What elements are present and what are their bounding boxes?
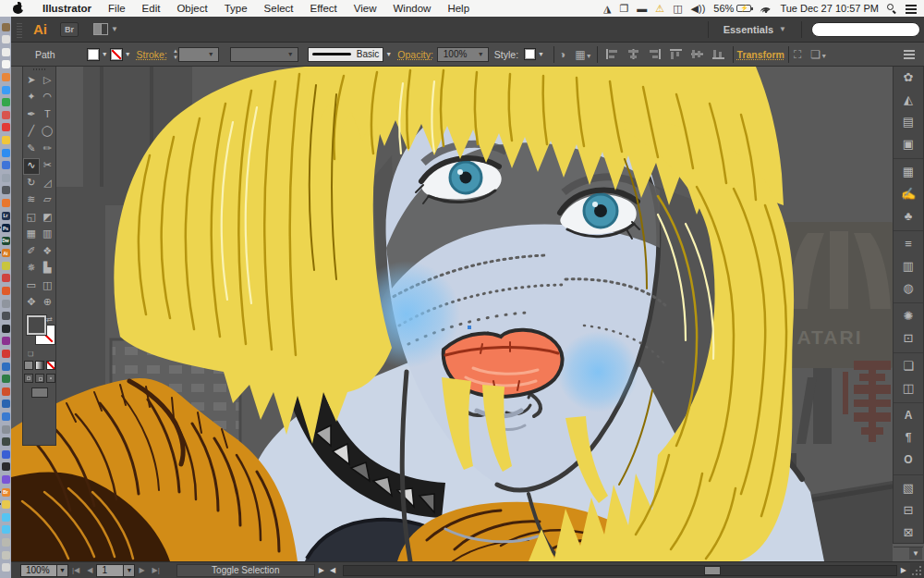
scale-tool[interactable]: ◿: [40, 175, 56, 192]
vertical-scroll-down-button[interactable]: ▼: [909, 547, 922, 560]
eyedropper-tool[interactable]: ✐: [23, 243, 40, 261]
scissors-tool[interactable]: ✂: [40, 158, 56, 176]
transform-link[interactable]: Transform: [737, 49, 784, 60]
style-dropdown-arrow[interactable]: ▼: [536, 48, 546, 61]
dock-app-icon[interactable]: Dw: [2, 237, 10, 245]
screen-mode-button[interactable]: [31, 387, 48, 398]
monitor-icon[interactable]: ▬: [637, 4, 647, 14]
stroke-dropdown-arrow[interactable]: ▼: [123, 48, 133, 61]
dock-app-icon[interactable]: [2, 462, 10, 471]
slice-tool[interactable]: ◫: [40, 277, 56, 295]
menu-edit[interactable]: Edit: [134, 2, 169, 15]
zoom-dropdown-arrow[interactable]: ▼: [57, 564, 68, 577]
pencil-tool[interactable]: ✏: [40, 141, 56, 158]
gradient-tool[interactable]: ▥: [40, 227, 56, 244]
displays-icon[interactable]: ❐: [619, 4, 628, 14]
transform-icon[interactable]: ▧: [894, 476, 923, 498]
align-right-icon[interactable]: [648, 48, 662, 60]
last-artboard-button[interactable]: ▶|: [152, 566, 160, 574]
brushes-icon[interactable]: ▣: [894, 132, 923, 154]
draw-normal-button[interactable]: [24, 374, 33, 383]
selection-tool[interactable]: ➤: [23, 72, 40, 90]
mesh-tool[interactable]: ▦: [23, 227, 40, 244]
appearance-icon[interactable]: ✺: [894, 304, 923, 326]
dock-app-icon[interactable]: [2, 450, 10, 459]
fill-color-swatch[interactable]: [87, 48, 100, 61]
align-bottom-icon[interactable]: [711, 48, 725, 60]
menu-file[interactable]: File: [100, 2, 134, 15]
dock-app-icon[interactable]: [2, 60, 10, 68]
dock-app-icon[interactable]: [2, 350, 10, 358]
swatches-icon[interactable]: ▤: [894, 110, 923, 132]
dock-app-icon[interactable]: [2, 375, 10, 383]
width-tool[interactable]: ≋: [23, 192, 40, 210]
opentype-icon[interactable]: O: [894, 449, 923, 471]
airplay-icon[interactable]: ◫: [673, 4, 682, 14]
menu-view[interactable]: View: [346, 2, 385, 15]
dock-app-icon[interactable]: [2, 199, 10, 207]
hand-tool[interactable]: ✥: [23, 295, 40, 313]
draw-behind-button[interactable]: [35, 374, 44, 383]
dock-app-icon[interactable]: [2, 337, 10, 345]
dock-app-icon[interactable]: [2, 525, 10, 534]
dock-app-icon[interactable]: [2, 312, 10, 320]
artboard-tool[interactable]: ▭: [23, 277, 40, 295]
menu-help[interactable]: Help: [439, 2, 478, 15]
zoom-level-field[interactable]: 100%: [20, 564, 57, 577]
horizontal-scroll-thumb[interactable]: [704, 566, 721, 575]
dock-app-icon[interactable]: [2, 136, 10, 144]
bounding-box-icon[interactable]: ⛶: [794, 48, 801, 61]
dock-app-icon[interactable]: [2, 161, 10, 169]
dock-app-icon[interactable]: Ai: [2, 249, 10, 257]
dock-app-icon[interactable]: [2, 111, 10, 119]
notification-center-icon[interactable]: [906, 5, 917, 13]
dock-app-icon[interactable]: [2, 274, 10, 282]
color-button[interactable]: [24, 361, 33, 370]
align-panel-icon[interactable]: ⊟: [894, 498, 923, 521]
shape-builder-tool[interactable]: ◱: [23, 209, 40, 227]
dock-app-icon[interactable]: [2, 400, 10, 408]
brush-dropdown-arrow[interactable]: ▼: [383, 48, 394, 61]
tablet-warning-icon[interactable]: ⚠: [655, 4, 664, 14]
symbol-sprayer-tool[interactable]: ✵: [23, 261, 40, 278]
next-artboard-button[interactable]: ▶: [139, 566, 144, 574]
dock-app-icon[interactable]: [2, 262, 10, 270]
dock-app-icon[interactable]: [2, 48, 10, 56]
dock-app-icon[interactable]: [2, 387, 10, 396]
menu-type[interactable]: Type: [216, 2, 256, 15]
none-button[interactable]: [46, 361, 55, 370]
dock-app-icon[interactable]: [2, 538, 10, 547]
direct-selection-tool[interactable]: ▷: [40, 72, 56, 90]
align-vcenter-icon[interactable]: [690, 48, 704, 60]
fill-dropdown-arrow[interactable]: ▼: [100, 48, 110, 61]
menu-app-name[interactable]: Illustrator: [34, 2, 100, 15]
spotlight-icon[interactable]: [887, 4, 897, 14]
draw-inside-button[interactable]: [46, 374, 55, 383]
free-transform-tool[interactable]: ▱: [40, 192, 56, 210]
opacity-link[interactable]: Opacity:: [397, 49, 433, 60]
dock-app-icon[interactable]: [2, 86, 10, 94]
artboard-number-field[interactable]: 1: [96, 564, 124, 577]
menu-object[interactable]: Object: [168, 2, 215, 15]
macos-dock[interactable]: LrPsDwAiBr: [0, 17, 11, 578]
first-artboard-button[interactable]: |◀: [72, 566, 79, 574]
recolor-artwork-icon[interactable]: ◑: [559, 48, 565, 61]
align-left-icon[interactable]: [605, 48, 619, 60]
color-panel-icon[interactable]: ✿: [894, 66, 923, 88]
panel-menu-icon[interactable]: [904, 50, 915, 52]
dock-app-icon[interactable]: [2, 123, 10, 131]
appearance-pen-icon[interactable]: ✍: [894, 182, 923, 204]
line-segment-tool[interactable]: ╱: [23, 124, 40, 141]
drive-icon[interactable]: ◮: [603, 4, 611, 14]
dock-app-icon[interactable]: [2, 186, 10, 194]
rotate-tool[interactable]: ↻: [23, 175, 40, 192]
isolate-selection-icon[interactable]: ❏▼: [810, 48, 827, 61]
symbols-grid-icon[interactable]: ▦: [894, 160, 923, 182]
type-tool[interactable]: T: [40, 106, 56, 124]
apple-menu-icon[interactable]: [13, 3, 23, 14]
lasso-tool[interactable]: ◠: [40, 90, 56, 107]
blend-tool[interactable]: ❖: [40, 243, 56, 261]
status-expand-button[interactable]: ▶: [319, 566, 324, 574]
paragraph-icon[interactable]: ¶: [894, 426, 923, 449]
dock-app-icon[interactable]: [2, 500, 10, 509]
